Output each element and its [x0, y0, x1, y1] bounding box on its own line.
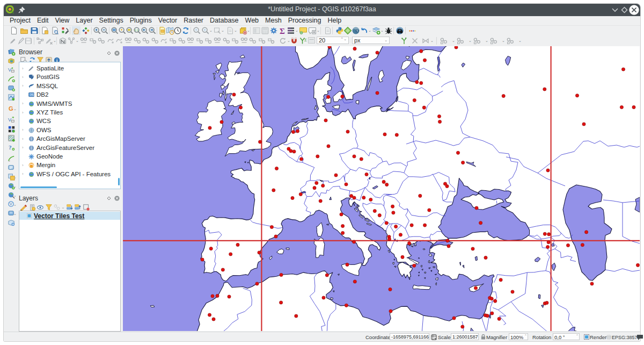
- svg-text:Σ: Σ: [304, 38, 307, 42]
- svg-text:Σ: Σ: [280, 27, 285, 35]
- svg-text:V: V: [8, 117, 12, 123]
- svg-text:?: ?: [9, 144, 12, 150]
- svg-text:V: V: [8, 67, 12, 73]
- svg-text:G: G: [9, 105, 13, 112]
- svg-text:V: V: [10, 202, 12, 206]
- svg-text:DB2: DB2: [30, 94, 34, 96]
- svg-text:1:1: 1:1: [135, 28, 139, 32]
